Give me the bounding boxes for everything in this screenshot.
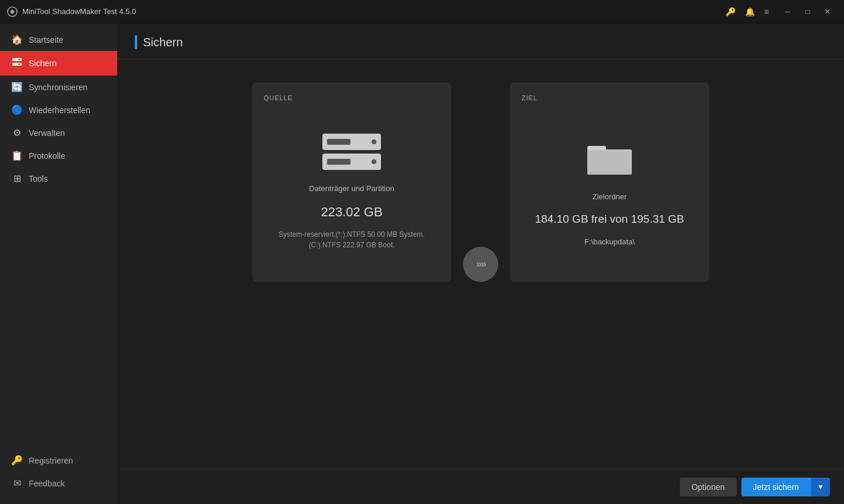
- backup-button-group: Jetzt sichern ▼: [741, 478, 830, 496]
- maximize-button[interactable]: □: [798, 4, 817, 20]
- sidebar-label-synchronisieren: Synchronisieren: [29, 83, 87, 92]
- options-button[interactable]: Optionen: [680, 478, 737, 496]
- header-accent-bar: [135, 35, 137, 49]
- feedback-icon: ✉: [11, 478, 23, 489]
- target-path: F:\backupdata\: [584, 237, 635, 246]
- backup-dropdown-button[interactable]: ▼: [811, 478, 830, 496]
- content-area: Sichern QUELLE: [117, 23, 844, 504]
- disk-icon: [322, 134, 381, 170]
- source-label: QUELLE: [264, 94, 292, 101]
- disk-dot-1: [372, 139, 376, 144]
- manage-icon: ⚙: [11, 127, 23, 138]
- sidebar-item-feedback[interactable]: ✉ Feedback: [0, 472, 117, 495]
- backup-icon: [11, 57, 23, 70]
- sidebar-label-feedback: Feedback: [29, 479, 64, 488]
- page-title: Sichern: [143, 36, 183, 49]
- titlebar-left: MiniTool ShadowMaker Test 4.5.0: [7, 6, 136, 17]
- target-label: ZIEL: [522, 94, 537, 101]
- sync-icon: 🔄: [11, 81, 23, 93]
- arrow-symbol: »»: [476, 258, 485, 270]
- svg-rect-3: [18, 59, 21, 60]
- sidebar-label-sichern: Sichern: [29, 59, 56, 68]
- tools-icon: ⊞: [11, 173, 23, 184]
- disk-slot-1: [327, 139, 350, 145]
- menu-icon[interactable]: ≡: [764, 7, 769, 16]
- sidebar-label-tools: Tools: [29, 174, 48, 183]
- sidebar-item-verwalten[interactable]: ⚙ Verwalten: [0, 121, 117, 144]
- bell-icon[interactable]: 🔔: [745, 7, 755, 16]
- bottom-bar: Optionen Jetzt sichern ▼: [117, 469, 844, 504]
- folder-icon: [586, 138, 633, 178]
- sidebar-item-synchronisieren[interactable]: 🔄 Synchronisieren: [0, 76, 117, 98]
- sidebar-label-registrieren: Registrieren: [29, 456, 73, 465]
- sidebar-item-protokolle[interactable]: 📋 Protokolle: [0, 144, 117, 167]
- target-icon-area: Zielordner 184.10 GB frei von 195.31 GB …: [522, 113, 697, 270]
- sidebar-item-tools[interactable]: ⊞ Tools: [0, 167, 117, 190]
- source-card[interactable]: QUELLE Datenträger und: [252, 83, 451, 282]
- sidebar-item-registrieren[interactable]: 🔑 Registrieren: [0, 449, 117, 472]
- arrow-button[interactable]: »»: [463, 247, 498, 282]
- sidebar-nav: 🏠 Startseite Sichern 🔄 Synchronisieren: [0, 28, 117, 449]
- cards-area: QUELLE Datenträger und: [117, 59, 844, 469]
- minimize-button[interactable]: ─: [778, 4, 797, 20]
- sidebar-bottom: 🔑 Registrieren ✉ Feedback: [0, 449, 117, 504]
- source-size: 223.02 GB: [321, 205, 382, 220]
- sidebar-label-verwalten: Verwalten: [29, 128, 64, 138]
- svg-rect-4: [18, 64, 21, 65]
- sidebar: 🏠 Startseite Sichern 🔄 Synchronisieren: [0, 23, 117, 504]
- target-free-text: 184.10 GB frei von 195.31 GB: [535, 213, 685, 226]
- home-icon: 🏠: [11, 34, 23, 45]
- sidebar-item-startseite[interactable]: 🏠 Startseite: [0, 28, 117, 51]
- target-card[interactable]: ZIEL Zielordner 184.10 GB frei von 195.3…: [510, 83, 709, 282]
- source-detail: System-reserviert,(*:).NTFS 50.00 MB Sys…: [278, 229, 424, 250]
- sidebar-label-wiederherstellen: Wiederherstellen: [29, 105, 90, 115]
- close-button[interactable]: ✕: [818, 4, 837, 20]
- disk-slot-2: [327, 159, 350, 165]
- disk-dot-2: [372, 159, 376, 164]
- restore-icon: 🔵: [11, 104, 23, 115]
- titlebar: MiniTool ShadowMaker Test 4.5.0 🔑 🔔 ≡ ─ …: [0, 0, 844, 23]
- titlebar-right: 🔑 🔔 ≡ ─ □ ✕: [726, 4, 837, 20]
- sidebar-label-protokolle: Protokolle: [29, 151, 65, 161]
- window-controls: ─ □ ✕: [778, 4, 837, 20]
- target-main-text: Zielordner: [593, 192, 627, 201]
- app-logo: [7, 6, 18, 17]
- app-title: MiniTool ShadowMaker Test 4.5.0: [22, 7, 136, 16]
- sidebar-label-startseite: Startseite: [29, 35, 63, 45]
- app-body: 🏠 Startseite Sichern 🔄 Synchronisieren: [0, 23, 844, 504]
- log-icon: 📋: [11, 150, 23, 161]
- content-main: QUELLE Datenträger und: [117, 59, 844, 469]
- svg-rect-8: [587, 151, 632, 175]
- source-icon-area: Datenträger und Partition 223.02 GB Syst…: [264, 113, 440, 270]
- register-icon: 🔑: [11, 455, 23, 466]
- sidebar-item-sichern[interactable]: Sichern: [0, 51, 117, 76]
- sidebar-item-wiederherstellen[interactable]: 🔵 Wiederherstellen: [0, 98, 117, 121]
- source-main-text: Datenträger und Partition: [309, 184, 394, 193]
- key-icon[interactable]: 🔑: [726, 7, 736, 16]
- disk-row-2: [322, 154, 381, 170]
- backup-button[interactable]: Jetzt sichern: [741, 478, 811, 496]
- page-header: Sichern: [117, 23, 844, 59]
- disk-row-1: [322, 134, 381, 150]
